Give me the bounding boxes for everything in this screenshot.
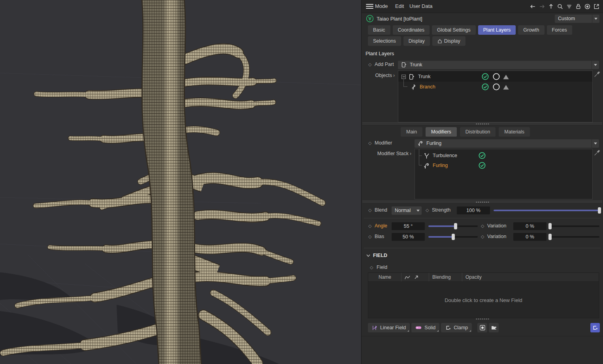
- tab-display[interactable]: Display: [403, 36, 430, 46]
- slider-handle[interactable]: [598, 207, 601, 214]
- modifier-label: Modifier: [375, 140, 392, 146]
- keyframe-diamond-icon[interactable]: ◇: [368, 223, 371, 229]
- bias-slider[interactable]: [428, 233, 478, 241]
- tab-growth[interactable]: Growth: [518, 25, 544, 35]
- keyframe-diamond-icon[interactable]: ◇: [368, 141, 371, 146]
- angle-value-field[interactable]: 55 °: [392, 222, 425, 230]
- blend-dropdown[interactable]: Normal: [392, 206, 422, 215]
- keyframe-diamond-icon[interactable]: ◇: [481, 223, 484, 229]
- modifier-row-furling[interactable]: Furling: [415, 160, 592, 171]
- chevron-right-icon: ›: [393, 73, 395, 78]
- field-col-blending[interactable]: Blending: [429, 273, 462, 281]
- viewport-3d[interactable]: [0, 0, 361, 364]
- search-icon[interactable]: [556, 3, 563, 10]
- modifier-dropdown-arrow[interactable]: [592, 139, 599, 148]
- subtab-modifiers[interactable]: Modifiers: [426, 127, 457, 137]
- tab-coordinates[interactable]: Coordinates: [393, 25, 430, 35]
- sphere-object-button[interactable]: [477, 323, 487, 332]
- enabled-check-icon[interactable]: [481, 73, 489, 81]
- up-arrow-icon[interactable]: [547, 3, 554, 10]
- bias-variation-slider[interactable]: [550, 233, 599, 241]
- solid-button[interactable]: Solid: [411, 323, 439, 332]
- visibility-circle-icon[interactable]: [492, 73, 500, 81]
- chevron-down-icon: [366, 254, 370, 257]
- field-col-name[interactable]: Name: [375, 273, 401, 281]
- keyframe-diamond-icon[interactable]: ◇: [368, 62, 371, 67]
- modifier-stack-label[interactable]: Modifier Stack›: [369, 151, 411, 156]
- enabled-check-icon[interactable]: [478, 161, 486, 169]
- bias-variation-label: Variation: [487, 234, 506, 239]
- menu-user-data[interactable]: User Data: [409, 3, 433, 9]
- subtab-materials[interactable]: Materials: [499, 127, 530, 137]
- keyframe-diamond-icon[interactable]: ◇: [368, 208, 371, 213]
- clamp-button[interactable]: Clamp: [441, 323, 472, 332]
- menu-edit[interactable]: Edit: [395, 3, 404, 9]
- triangle-state-icon[interactable]: [502, 73, 510, 81]
- panel-splitter[interactable]: [362, 122, 602, 126]
- tab-global-settings[interactable]: Global Settings: [432, 25, 476, 35]
- strength-slider[interactable]: [494, 206, 599, 214]
- triangle-state-icon[interactable]: [502, 83, 510, 91]
- enabled-check-icon[interactable]: [481, 83, 489, 91]
- strength-value-field[interactable]: 100 %: [457, 206, 490, 214]
- plant-object-icon: [366, 15, 374, 23]
- preset-dropdown-arrow[interactable]: [592, 14, 599, 23]
- linear-field-button[interactable]: Linear Field: [368, 323, 410, 332]
- tab-selections[interactable]: Selections: [368, 36, 401, 46]
- angle-variation-value-field[interactable]: 0 %: [513, 222, 546, 230]
- visibility-circle-icon[interactable]: [492, 83, 500, 91]
- filter-icon[interactable]: [565, 3, 573, 10]
- new-window-icon[interactable]: [593, 3, 600, 10]
- object-row-trunk[interactable]: Trunk: [398, 71, 592, 82]
- field-list[interactable]: Name Blending Opacity Double click to cr…: [368, 272, 599, 318]
- objects-list[interactable]: Trunk Branch: [398, 70, 593, 122]
- objects-label[interactable]: Objects›: [369, 73, 395, 78]
- lock-icon[interactable]: [575, 3, 582, 10]
- eyedropper-icon[interactable]: [594, 150, 600, 156]
- add-part-dropdown[interactable]: Trunk: [398, 60, 599, 69]
- keyframe-diamond-icon[interactable]: ◇: [426, 208, 429, 213]
- keyframe-diamond-icon[interactable]: ◇: [481, 234, 484, 239]
- bias-variation-value-field[interactable]: 0 %: [513, 233, 546, 241]
- bias-value-field[interactable]: 50 %: [392, 233, 425, 241]
- modifier-name: Furling: [433, 163, 448, 168]
- angle-variation-slider[interactable]: [550, 222, 599, 230]
- subtab-distribution[interactable]: Distribution: [460, 127, 496, 137]
- panel-splitter[interactable]: [362, 201, 602, 204]
- tab-display-2-label: Display: [444, 38, 460, 44]
- preset-dropdown[interactable]: Custom: [555, 14, 599, 23]
- tab-basic[interactable]: Basic: [368, 25, 390, 35]
- back-arrow-icon[interactable]: [529, 3, 536, 10]
- angle-slider[interactable]: [428, 222, 478, 230]
- tab-forces[interactable]: Forces: [547, 25, 572, 35]
- menu-mode[interactable]: Mode: [375, 3, 388, 9]
- tab-plant-layers[interactable]: Plant Layers: [478, 25, 516, 35]
- collapse-toggle-icon[interactable]: [401, 75, 406, 79]
- record-target-icon[interactable]: [584, 3, 591, 10]
- tab-display-2[interactable]: Display: [432, 36, 465, 46]
- hamburger-menu-icon[interactable]: [366, 4, 373, 9]
- keyframe-diamond-icon[interactable]: ◇: [368, 234, 371, 239]
- field-list-empty-hint[interactable]: Double click to create a New Field: [368, 282, 599, 318]
- modifier-row-turbulence[interactable]: Turbulence: [415, 150, 592, 161]
- modifier-dropdown[interactable]: Furling: [415, 139, 599, 148]
- eyedropper-icon[interactable]: [594, 71, 600, 77]
- object-row-branch[interactable]: Branch: [398, 82, 592, 92]
- slider-handle[interactable]: [452, 234, 455, 240]
- tree-wireframe-render: [0, 0, 361, 364]
- field-col-opacity[interactable]: Opacity: [462, 273, 599, 281]
- panel-splitter[interactable]: [362, 318, 603, 320]
- slider-handle[interactable]: [548, 223, 552, 229]
- slider-handle[interactable]: [454, 223, 457, 229]
- keyframe-diamond-icon[interactable]: ◇: [370, 265, 373, 270]
- new-folder-button[interactable]: [489, 323, 499, 332]
- modifier-stack-list[interactable]: Turbulence Furling: [415, 149, 593, 199]
- subtab-main[interactable]: Main: [401, 127, 422, 137]
- add-part-dropdown-arrow[interactable]: [592, 60, 599, 69]
- enabled-check-icon[interactable]: [478, 152, 486, 159]
- field-clamp-add-button[interactable]: [590, 323, 600, 332]
- field-col-remap[interactable]: [401, 273, 429, 281]
- forward-arrow-icon[interactable]: [538, 3, 545, 10]
- slider-handle[interactable]: [548, 234, 552, 240]
- field-section-header[interactable]: FIELD: [366, 253, 387, 258]
